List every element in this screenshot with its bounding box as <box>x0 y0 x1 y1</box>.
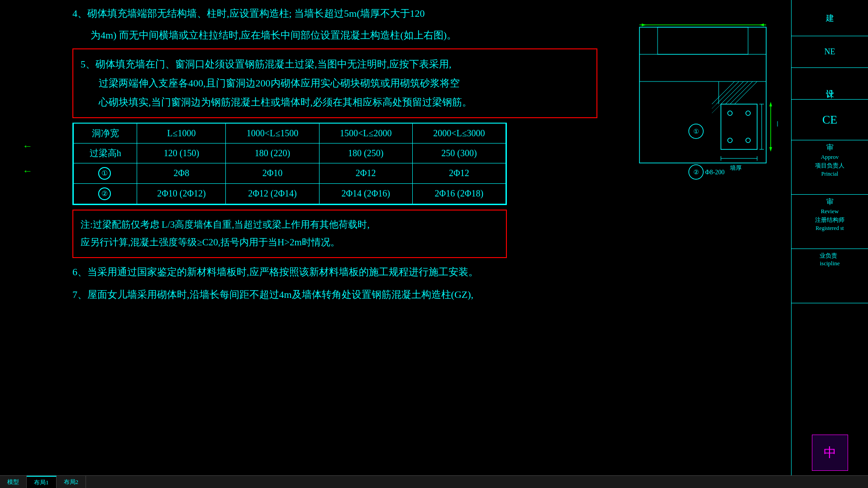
sidebar-discipline-section: 业负责 iscipline <box>792 249 868 303</box>
svg-point-16 <box>746 138 750 143</box>
discipline-label: 业负责 iscipline <box>820 252 839 267</box>
review-label2: Review <box>821 208 839 215</box>
sidebar-ne-label: NE <box>825 47 835 57</box>
circle2-val-2: 2Φ14 (2Φ16) <box>319 183 412 204</box>
table-row-circle1: ① 2Φ8 2Φ10 2Φ12 2Φ12 <box>74 163 506 183</box>
sidebar-ce-label: CE <box>822 113 837 127</box>
beam-table: 洞净宽 L≤1000 1000<L≤1500 1500<L≤2000 2000<… <box>73 124 506 204</box>
circle2-val-0: 2Φ10 (2Φ12) <box>137 183 226 204</box>
svg-line-8 <box>730 81 753 104</box>
table-row-liang-gao: 过梁高h 120 (150) 180 (220) 180 (250) 250 (… <box>74 143 506 163</box>
beam-table-container: 洞净宽 L≤1000 1000<L≤1500 1500<L≤2000 2000<… <box>72 123 507 205</box>
svg-text:墙厚: 墙厚 <box>730 164 742 171</box>
row-label-liang-gao: 过梁高h <box>74 143 137 163</box>
svg-line-7 <box>725 81 748 104</box>
svg-line-4 <box>712 81 734 104</box>
circle2-icon: ② <box>98 187 111 200</box>
svg-marker-31 <box>759 24 764 26</box>
col-header-3: 1500<L≤2000 <box>319 124 412 144</box>
intro-text-2: 为4m) 而无中间横墙或立柱拉结时,应在墙长中间部位设置混凝土构造柱(如上右图)… <box>72 26 597 44</box>
sidebar-top: 建 <box>792 0 868 36</box>
right-sidebar: 建 NE 设计 CE 审 Approv 项目负责人 Princial 审 Rev… <box>791 0 868 488</box>
circle1-val-1: 2Φ10 <box>226 163 319 183</box>
section5-text2: 过梁两端伸入支座各400,且门窗洞边200内砌体应用实心砌块砌筑或用砌筑砂浆将空 <box>81 74 589 93</box>
liang-gao-val-1: 180 (220) <box>226 143 319 163</box>
review-label1: 审 <box>826 197 834 207</box>
sidebar-ne: NE <box>792 36 868 68</box>
intro-text-1: 4、砌体填充墙端部无结构墙、柱时,应设置构造柱; 当墙长超过5m(墙厚不大于12… <box>72 5 597 23</box>
section7: 7、屋面女儿墙采用砌体时,沿墙长每间距不超过4m及墙体转角处设置钢筋混凝土构造柱… <box>72 285 597 304</box>
svg-point-15 <box>746 111 750 115</box>
sidebar-design: 设计 <box>792 68 868 100</box>
tab-layout2[interactable]: 布局2 <box>57 476 86 488</box>
mascot-image: 中 <box>812 435 848 471</box>
svg-line-11 <box>712 81 744 113</box>
circle1-icon: ① <box>98 167 111 180</box>
note-box: 注:过梁配筋仅考虑 L/3高度墙体自重,当超过或梁上作用有其他荷载时, 应另行计… <box>72 210 507 258</box>
row-label-circle1: ① <box>74 163 137 183</box>
main-content: 4、砌体填充墙端部无结构墙、柱时,应设置构造柱; 当墙长超过5m(墙厚不大于12… <box>0 0 611 488</box>
col-header-2: 1000<L≤1500 <box>226 124 319 144</box>
tab-layout1[interactable]: 布局1 <box>27 476 57 488</box>
col-header-4: 2000<L≤3000 <box>412 124 506 144</box>
approve-label3: 项目负责人 <box>815 162 844 170</box>
note-text2: 应另行计算,混凝土强度等级≥C20,括号内用于当H>2m时情况。 <box>81 234 499 252</box>
approve-label2: Approv <box>821 153 839 161</box>
bottom-tab-bar: 模型 布局1 布局2 <box>0 475 868 488</box>
table-header-row: 洞净宽 L≤1000 1000<L≤1500 1500<L≤2000 2000<… <box>74 124 506 144</box>
circle2-val-3: 2Φ16 (2Φ18) <box>412 183 506 204</box>
svg-text:②: ② <box>693 169 699 176</box>
svg-point-14 <box>728 138 732 143</box>
col-header-0: 洞净宽 <box>74 124 137 144</box>
svg-text:①: ① <box>693 128 699 135</box>
sidebar-approve-section: 审 Approv 项目负责人 Princial <box>792 140 868 195</box>
svg-marker-30 <box>642 24 646 26</box>
approve-label4: Princial <box>821 171 838 177</box>
table-row-circle2: ② 2Φ10 (2Φ12) 2Φ12 (2Φ14) 2Φ14 (2Φ16) 2Φ… <box>74 183 506 204</box>
svg-point-13 <box>728 111 732 115</box>
sidebar-review-section: 审 Review 注册结构师 Registered st <box>792 195 868 249</box>
review-label4: Registered st <box>816 225 844 232</box>
sidebar-bottom: 中 收 <box>792 303 868 488</box>
section5-text3: 心砌块填实,当门窗洞边为钢筋混凝土柱或墙体时,必须在其相应标高处预留过梁钢筋。 <box>81 93 589 112</box>
arrow-indicator-2: ← <box>23 165 33 177</box>
arrow-indicator-1: ← <box>23 140 33 152</box>
svg-marker-33 <box>769 102 772 106</box>
svg-line-10 <box>712 81 739 109</box>
cad-drawing: Φ8-200 墙厚 ① ② 一 <box>621 14 789 353</box>
circle2-val-1: 2Φ12 (2Φ14) <box>226 183 319 204</box>
liang-gao-val-2: 180 (250) <box>319 143 412 163</box>
section5-text1: 5、砌体填充墙在门、窗洞口处须设置钢筋混凝土过梁,当图中无注明时,应按下表采用, <box>81 55 589 74</box>
svg-line-9 <box>734 81 757 104</box>
svg-rect-12 <box>721 104 757 149</box>
svg-text:Φ8-200: Φ8-200 <box>705 169 725 176</box>
sidebar-ce: CE <box>792 100 868 140</box>
row-label-circle2: ② <box>74 183 137 204</box>
section5-box: 5、砌体填充墙在门、窗洞口处须设置钢筋混凝土过梁,当图中无注明时,应按下表采用,… <box>72 48 597 118</box>
svg-text:一: 一 <box>774 121 781 127</box>
col-header-1: L≤1000 <box>137 124 226 144</box>
circle1-val-2: 2Φ12 <box>319 163 412 183</box>
approve-label1: 审 <box>826 143 834 153</box>
circle1-val-0: 2Φ8 <box>137 163 226 183</box>
review-label3: 注册结构师 <box>815 216 844 224</box>
liang-gao-val-0: 120 (150) <box>137 143 226 163</box>
liang-gao-val-3: 250 (300) <box>412 143 506 163</box>
svg-marker-34 <box>769 147 772 152</box>
sidebar-top-label: 建 <box>826 13 834 24</box>
svg-rect-1 <box>658 27 748 54</box>
note-text1: 注:过梁配筋仅考虑 L/3高度墙体自重,当超过或梁上作用有其他荷载时, <box>81 216 499 234</box>
tab-model[interactable]: 模型 <box>0 476 27 488</box>
circle1-val-3: 2Φ12 <box>412 163 506 183</box>
sidebar-design-label: 设计 <box>825 83 835 85</box>
section6: 6、当采用通过国家鉴定的新材料墙板时,应严格按照该新材料墙板的施工规程进行施工安… <box>72 263 597 282</box>
